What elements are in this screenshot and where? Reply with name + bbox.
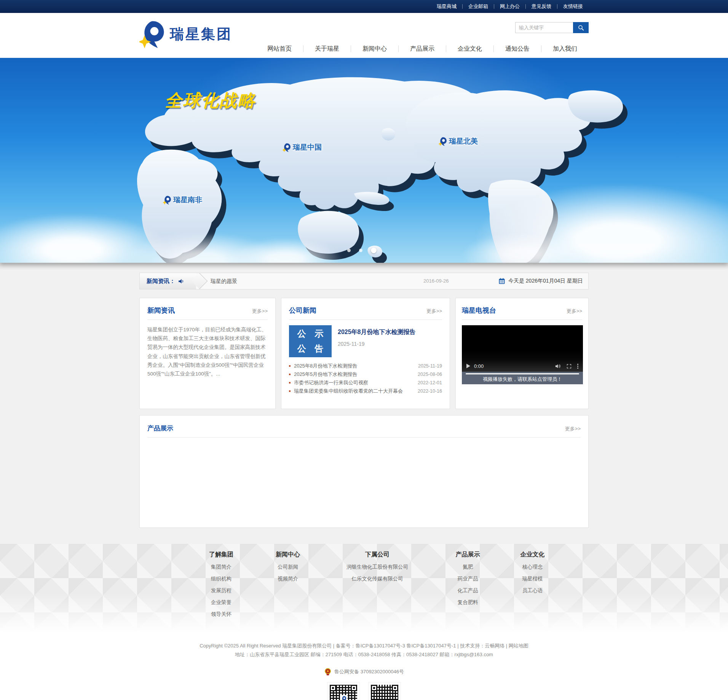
footer-link[interactable]: 视频简介 (255, 575, 320, 582)
footer-bottom: CopyRight ©2025 All Right Reserved 瑞星集团股… (0, 633, 728, 700)
footer-link[interactable]: 复合肥料 (434, 599, 501, 606)
qr-code-left (327, 682, 360, 700)
footer-link[interactable]: 员工心语 (501, 587, 564, 594)
copyright-line1: CopyRight ©2025 All Right Reserved 瑞星集团股… (0, 642, 728, 650)
carousel-dot[interactable] (347, 249, 351, 252)
footer-col-title: 下属公司 (320, 551, 434, 559)
qr-finder (392, 685, 398, 691)
news-list-item[interactable]: 2025年8月份地下水检测报告 2025-11-19 (289, 362, 442, 370)
company-news-card: 公司新闻 更多>> 公 示 公 告 2025年8月份地下水检测报告 2025-1… (281, 298, 450, 409)
products-empty-body (140, 438, 588, 448)
more-link[interactable]: 更多>> (426, 308, 442, 315)
footer-link[interactable]: 药业产品 (434, 575, 501, 582)
cloud (228, 238, 343, 263)
video-screen[interactable]: 0:00 (462, 325, 583, 372)
footer-link[interactable]: 企业荣誉 (187, 599, 255, 606)
news-item-date: 2025-11-19 (418, 363, 442, 369)
map-label-china[interactable]: 瑞星中国 (283, 142, 322, 152)
news-list-item[interactable]: 瑞星集团党委集中组织收听收看党的二十大开幕会 2022-10-16 (289, 387, 442, 395)
cards-row: 新闻资讯 更多>> 瑞星集团创立于1970年，目前已经成为集高端化工、生物医药、… (139, 298, 589, 409)
topbar-link-mail[interactable]: 企业邮箱 (463, 0, 494, 13)
footer-link[interactable]: 集团简介 (187, 564, 255, 571)
carousel-dot[interactable] (359, 249, 362, 252)
more-link[interactable]: 更多>> (252, 308, 268, 315)
footer-link[interactable]: 核心理念 (501, 564, 564, 571)
notice-badge-line: 公 告 (294, 343, 326, 355)
topbar-link-friends[interactable]: 友情链接 (557, 0, 589, 13)
map-label-north-america[interactable]: 瑞星北美 (439, 136, 478, 146)
video-progress-bar[interactable] (466, 373, 579, 374)
logo-mark-icon (163, 195, 171, 205)
ticker-headline-link[interactable]: 瑞星的愿景 (211, 273, 237, 289)
video-player[interactable]: 0:00 视频播放失败，请联系站点管理员！ (462, 325, 583, 384)
map-label-text: 瑞星中国 (293, 142, 322, 152)
carousel-dots (347, 248, 377, 253)
carousel-dot-active[interactable] (371, 248, 377, 253)
card-title: 公司新闻 (289, 306, 316, 315)
map-label-south-africa[interactable]: 瑞星南非 (163, 195, 202, 205)
banner-slogan: 全球化战略 (165, 89, 256, 112)
qr-finder (330, 685, 336, 691)
featured-news-title[interactable]: 2025年8月份地下水检测报告 (338, 328, 416, 336)
footer-link[interactable]: 发展历程 (187, 587, 255, 594)
footer-link[interactable]: 公司新闻 (255, 564, 320, 571)
main-content: 新闻资讯： 瑞星的愿景 2016-09-26 今天是 2026年01月04日 星… (0, 263, 728, 544)
footer-link[interactable]: 领导关怀 (187, 611, 255, 618)
topbar-link-feedback[interactable]: 意见反馈 (526, 0, 557, 13)
nav-item-news[interactable]: 新闻中心 (351, 43, 398, 54)
copyright-line2: 地址：山东省东平县瑞星工业园区 邮编：271509 电话：0538-241805… (0, 650, 728, 659)
bullet-icon (289, 374, 291, 375)
section-title: 产品展示 (147, 424, 173, 433)
logo-text: 瑞星集团 (170, 25, 232, 44)
police-registration[interactable]: 鲁公网安备 37092302000046号 (0, 668, 728, 676)
kebab-menu-icon[interactable] (577, 366, 578, 367)
hero-banner: 全球化战略 瑞星中国 瑞星北美 瑞星南非 (0, 58, 728, 263)
bullet-icon (289, 382, 291, 384)
featured-news-date: 2025-11-19 (338, 341, 416, 347)
nav-item-about[interactable]: 关于瑞星 (303, 43, 351, 54)
play-button[interactable] (466, 364, 470, 368)
more-link[interactable]: 更多>> (567, 308, 582, 315)
police-emblem-icon (324, 668, 332, 676)
nav-item-notice[interactable]: 通知公告 (494, 43, 541, 54)
company-logo[interactable]: 瑞星集团 (139, 20, 232, 49)
footer-link[interactable]: 组织机构 (187, 575, 255, 582)
news-list-item[interactable]: 市委书记杨洪涛一行来我公司视察 2022-12-01 (289, 379, 442, 387)
news-list: 2025年8月份地下水检测报告 2025-11-19 2025年5月份地下水检测… (289, 362, 442, 395)
search-button[interactable] (573, 22, 589, 33)
nav-item-home[interactable]: 网站首页 (256, 43, 303, 54)
footer-link[interactable]: 化工产品 (434, 587, 501, 594)
footer-link[interactable]: 氮肥 (434, 564, 501, 571)
volume-icon[interactable] (554, 363, 561, 369)
logo-mark-icon (439, 137, 447, 146)
ticker-date: 2016-09-26 (423, 273, 449, 289)
footer-col-title: 了解集团 (187, 551, 255, 559)
footer-link[interactable]: 仁乐文化传媒有限公司 (320, 575, 434, 582)
news-item-title: 2025年8月份地下水检测报告 (294, 363, 414, 369)
news-item-date: 2022-10-16 (418, 388, 442, 394)
topbar-link-mall[interactable]: 瑞星商城 (431, 0, 462, 13)
bullet-icon (289, 390, 291, 392)
qr-code-right (368, 682, 401, 700)
nav-item-join[interactable]: 加入我们 (541, 43, 589, 54)
featured-news[interactable]: 公 示 公 告 2025年8月份地下水检测报告 2025-11-19 (289, 325, 442, 357)
topbar-link-oa[interactable]: 网上办公 (494, 0, 525, 13)
today-text: 今天是 2026年01月04日 星期日 (508, 278, 583, 284)
nav-item-products[interactable]: 产品展示 (399, 43, 446, 54)
nav-item-culture[interactable]: 企业文化 (446, 43, 493, 54)
map-label-text: 瑞星北美 (449, 136, 478, 146)
footer-link[interactable]: 瑞星楷模 (501, 575, 564, 582)
search-input[interactable] (515, 22, 573, 33)
ticker-label-text: 新闻资讯： (147, 278, 175, 285)
fullscreen-icon[interactable] (566, 363, 572, 369)
footer-col-title: 企业文化 (501, 551, 564, 559)
company-intro-text: 瑞星集团创立于1970年，目前已经成为集高端化工、生物医药、粮食加工三大主体板块… (147, 325, 268, 378)
footer-link[interactable]: 润银生物化工股份有限公司 (320, 564, 434, 571)
news-intro-card: 新闻资讯 更多>> 瑞星集团创立于1970年，目前已经成为集高端化工、生物医药、… (139, 298, 276, 409)
today-date: 今天是 2026年01月04日 星期日 (498, 273, 583, 289)
qr-codes (0, 682, 728, 700)
news-list-item[interactable]: 2025年5月份地下水检测报告 2025-08-06 (289, 370, 442, 379)
news-ticker: 新闻资讯： 瑞星的愿景 2016-09-26 今天是 2026年01月04日 星… (139, 273, 589, 289)
more-link[interactable]: 更多>> (565, 425, 581, 432)
cloud (461, 232, 583, 263)
